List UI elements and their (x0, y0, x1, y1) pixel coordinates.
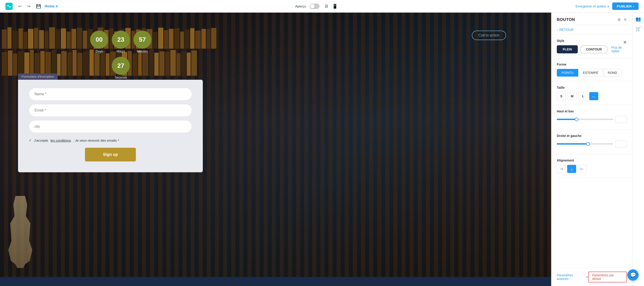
checkmark-icon: ✓ (29, 138, 32, 142)
redo-button[interactable]: ↪ (25, 3, 32, 10)
sidebar-back[interactable]: ‹ RETOUR (552, 25, 632, 34)
params-avances-link[interactable]: Paramètres avancés ∨ (557, 274, 588, 281)
enregistrer-chevron-icon: ∨ (607, 4, 610, 8)
taille-m-button[interactable]: M (568, 92, 577, 100)
alignement-label: Alignement (557, 159, 627, 162)
m-label: M (571, 94, 574, 98)
droite-gauche-knob[interactable] (586, 142, 590, 146)
haut-bas-value (616, 116, 627, 123)
forme-pointu-button[interactable]: POINTU (557, 69, 578, 77)
style-plein-button[interactable]: PLEIN (557, 45, 578, 53)
style-contour-button[interactable]: CONTOUR (580, 45, 608, 53)
align-buttons: ⊣ ⊥ ⊢ (557, 165, 627, 173)
back-label: RETOUR (559, 28, 574, 31)
pin-button[interactable]: ⊕ (618, 17, 621, 22)
days-circle: 00 (90, 31, 108, 49)
canvas[interactable]: 00 Days 23 Hours 57 Minutes (0, 12, 551, 286)
seconds-circle: 27 (112, 57, 130, 75)
taille-dots-button[interactable]: ... (589, 92, 598, 100)
contour-label: CONTOUR (586, 47, 602, 51)
publier-label: PUBLIER (617, 4, 632, 8)
taille-section: Taille S M L ... (552, 81, 632, 105)
align-center-button[interactable]: ⊥ (567, 165, 576, 173)
days-value: 00 (96, 36, 102, 43)
sign-up-button[interactable]: Sign up (85, 148, 136, 161)
enregistrer-label: Enregistrer et quitter (576, 4, 606, 8)
statue (4, 196, 36, 268)
rond-label: ROND (608, 71, 617, 74)
cta-label: Call to action (478, 33, 500, 37)
apercu-label: Aperçu (295, 4, 306, 8)
background: 00 Days 23 Hours 57 Minutes (0, 12, 551, 286)
l-label: L (582, 94, 584, 98)
users-icon-button[interactable]: 👥 (636, 16, 641, 22)
minutes-circle: 57 (134, 31, 152, 49)
undo-button[interactable]: ↩ (16, 3, 24, 10)
checkbox-row: ✓ J'accepte les conditions . Je veux rec… (29, 138, 192, 142)
cart-icon-button[interactable]: 🛒 (636, 26, 641, 31)
taille-s-button[interactable]: S (557, 92, 566, 100)
s-label: S (560, 94, 562, 98)
desktop-icon[interactable]: 🖥 (323, 3, 330, 10)
params-defaut-button[interactable]: Paramètres par défaut (588, 272, 627, 283)
align-right-button[interactable]: ⊢ (578, 165, 586, 173)
droite-gauche-slider[interactable] (557, 143, 613, 145)
droite-gauche-section: Droite et gauche (552, 129, 632, 154)
apercu-toggle[interactable] (310, 3, 320, 9)
publier-button[interactable]: PUBLIER › (612, 2, 638, 10)
sidebar-header: BOUTON ⊕ ✕ (552, 12, 632, 25)
style-label: Style (557, 39, 627, 42)
haut-bas-section: Haut et bas (552, 105, 632, 129)
droite-gauche-value (616, 140, 627, 148)
forme-section: Forme POINTU ESTOMPÉ ROND (552, 58, 632, 81)
save-button[interactable]: 💾 (36, 4, 41, 9)
topbar: ↩ ↪ 💾 Home ∨ Aperçu 🖥 📱 Enregistrer et q… (0, 0, 644, 12)
topbar-center: Aperçu 🖥 📱 (295, 3, 339, 10)
cta-button[interactable]: Call to action (472, 31, 506, 40)
haut-bas-slider[interactable] (557, 119, 613, 120)
haut-bas-fill (557, 119, 577, 120)
close-sidebar-button[interactable]: ✕ (624, 17, 627, 22)
sign-up-label: Sign up (103, 152, 118, 157)
align-right-icon: ⊢ (580, 167, 584, 171)
checkbox-suffix: . Je veux recevoir des emails * (73, 138, 119, 142)
enregistrer-button[interactable]: Enregistrer et quitter ∨ (576, 4, 610, 8)
panel-close-button[interactable]: ✕ (623, 40, 627, 45)
email-input[interactable] (29, 104, 192, 117)
alignement-section: Alignement ⊣ ⊥ ⊢ (552, 154, 632, 178)
topbar-left: ↩ ↪ 💾 Home ∨ (6, 3, 58, 10)
logo[interactable] (6, 3, 12, 10)
chat-bubble[interactable]: 💬 (627, 269, 638, 281)
conditions-link[interactable]: les conditions (50, 138, 71, 142)
sidebar: BOUTON ⊕ ✕ ‹ RETOUR ✕ Style PLEIN CONTOU… (551, 12, 632, 286)
device-icons: 🖥 📱 (323, 3, 339, 10)
style-section: Style PLEIN CONTOUR Plus de styles (552, 34, 632, 58)
bottom-strip (0, 277, 551, 286)
publier-arrow-icon: › (633, 4, 634, 8)
chat-icon: 💬 (630, 272, 636, 278)
estompe-label: ESTOMPÉ (583, 71, 598, 74)
form-section: Formulaire d'inscription ✓ J'accepte les… (18, 73, 540, 172)
minutes-item: 57 Minutes (134, 31, 152, 53)
main-area: 00 Days 23 Hours 57 Minutes (0, 12, 644, 286)
plein-label: PLEIN (563, 47, 572, 51)
forme-rond-button[interactable]: ROND (603, 69, 622, 77)
haut-bas-knob[interactable] (575, 118, 578, 121)
sidebar-header-icons: ⊕ ✕ (618, 17, 627, 22)
days-item: 00 Days (90, 31, 108, 53)
form-card: ✓ J'accepte les conditions . Je veux rec… (18, 80, 203, 172)
more-styles-link[interactable]: Plus de styles (611, 46, 627, 53)
mobile-icon[interactable]: 📱 (331, 3, 339, 10)
checkbox-text: J'accepte (34, 138, 48, 142)
taille-l-button[interactable]: L (578, 92, 588, 100)
droite-gauche-slider-row (557, 140, 627, 148)
hours-label: Hours (116, 49, 125, 53)
home-button[interactable]: Home ∨ (44, 4, 58, 8)
sidebar-footer: Paramètres avancés ∨ Paramètres par défa… (552, 268, 632, 286)
forme-estompe-button[interactable]: ESTOMPÉ (578, 69, 603, 77)
haut-bas-label: Haut et bas (557, 109, 627, 113)
align-left-button[interactable]: ⊣ (557, 165, 566, 173)
params-avances-chevron-icon: ∨ (586, 275, 588, 279)
name-input[interactable] (29, 88, 192, 100)
city-input[interactable] (29, 120, 192, 133)
